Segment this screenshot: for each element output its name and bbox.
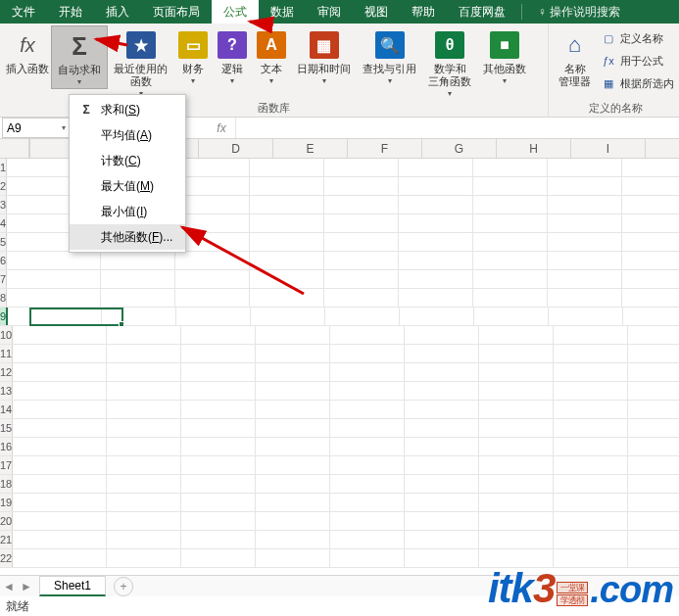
row-header[interactable]: 17 [0, 456, 13, 474]
row-header[interactable]: 20 [0, 512, 13, 530]
cell[interactable] [250, 289, 324, 307]
cell[interactable] [548, 177, 622, 195]
cell[interactable] [181, 531, 256, 548]
cell[interactable] [101, 270, 175, 288]
row-header[interactable]: 7 [0, 270, 7, 288]
row-header[interactable]: 2 [0, 177, 7, 195]
cell[interactable] [628, 401, 679, 418]
cell[interactable] [175, 233, 250, 251]
cell[interactable] [549, 308, 623, 325]
cell[interactable] [107, 382, 181, 400]
cell[interactable] [107, 549, 181, 567]
cell[interactable] [479, 382, 554, 400]
cell[interactable] [324, 159, 399, 176]
cell[interactable] [330, 494, 405, 511]
recent-functions-button[interactable]: ★ 最近使用的 函数 ▾ [108, 25, 173, 100]
cell[interactable] [324, 214, 399, 232]
financial-button[interactable]: ▭ 财务 ▾ [173, 25, 213, 87]
cell[interactable] [622, 233, 679, 251]
cell[interactable] [405, 456, 479, 474]
fx-icon[interactable]: fx [208, 118, 235, 138]
tab-formulas[interactable]: 公式 [212, 0, 259, 24]
cell[interactable] [479, 456, 554, 474]
cell[interactable] [256, 475, 330, 493]
row-header[interactable]: 1 [0, 159, 7, 176]
cell[interactable] [13, 512, 107, 530]
cell[interactable] [101, 289, 175, 307]
name-manager-button[interactable]: ⌂ 名称 管理器 [553, 25, 597, 90]
cell[interactable] [250, 196, 324, 213]
cell[interactable] [107, 419, 181, 437]
cell[interactable] [399, 177, 473, 195]
define-name-button[interactable]: ▢定义名称 [601, 27, 674, 49]
row-header[interactable]: 6 [0, 252, 7, 269]
cell[interactable] [13, 549, 107, 567]
cell[interactable] [628, 494, 679, 511]
select-all-corner[interactable] [0, 139, 29, 158]
cell[interactable] [548, 196, 622, 213]
tab-help[interactable]: 帮助 [400, 0, 447, 24]
cell[interactable] [250, 252, 324, 269]
cell[interactable] [405, 494, 479, 511]
cell[interactable] [324, 252, 399, 269]
cell[interactable] [554, 401, 628, 418]
col-header[interactable]: F [348, 139, 422, 158]
cell[interactable] [405, 326, 479, 344]
cell[interactable] [399, 159, 473, 176]
cell[interactable] [622, 252, 679, 269]
cell[interactable] [256, 438, 330, 455]
menu-sum[interactable]: Σ 求和(S) [70, 97, 185, 122]
cell[interactable] [405, 531, 479, 548]
tab-baidu[interactable]: 百度网盘 [447, 0, 517, 24]
sheet-nav-next[interactable]: ► [18, 580, 35, 593]
cell[interactable] [250, 159, 324, 176]
cell[interactable] [13, 494, 107, 511]
cell[interactable] [628, 512, 679, 530]
cell[interactable] [554, 512, 628, 530]
cell[interactable] [107, 512, 181, 530]
cell[interactable] [181, 475, 256, 493]
cell[interactable] [405, 363, 479, 381]
cell[interactable] [479, 531, 554, 548]
cell[interactable] [628, 382, 679, 400]
cell[interactable] [107, 345, 181, 362]
row-header[interactable]: 14 [0, 401, 13, 418]
cell[interactable] [628, 456, 679, 474]
cell[interactable] [256, 531, 330, 548]
cell[interactable] [256, 401, 330, 418]
cell[interactable] [405, 419, 479, 437]
cell[interactable] [250, 214, 324, 232]
cell[interactable] [324, 270, 399, 288]
cell[interactable] [7, 252, 101, 269]
cell[interactable] [479, 475, 554, 493]
cell[interactable] [8, 308, 102, 325]
row-header[interactable]: 5 [0, 233, 7, 251]
cell[interactable] [405, 382, 479, 400]
cell[interactable] [250, 177, 324, 195]
row-header[interactable]: 21 [0, 531, 13, 548]
cell[interactable] [473, 159, 548, 176]
lookup-button[interactable]: 🔍 查找与引用 ▾ [357, 25, 422, 87]
cell[interactable] [256, 382, 330, 400]
cell[interactable] [181, 345, 256, 362]
cell[interactable] [399, 214, 473, 232]
formula-input[interactable] [235, 118, 679, 138]
cell[interactable] [330, 456, 405, 474]
cell[interactable] [175, 214, 250, 232]
cell[interactable] [548, 233, 622, 251]
cell[interactable] [330, 401, 405, 418]
cell[interactable] [473, 233, 548, 251]
cell[interactable] [554, 494, 628, 511]
cell[interactable] [554, 326, 628, 344]
cell[interactable] [256, 456, 330, 474]
cell[interactable] [13, 456, 107, 474]
tab-file[interactable]: 文件 [0, 0, 47, 24]
autosum-button[interactable]: Σ 自动求和 ▾ [51, 25, 108, 89]
create-from-selection-button[interactable]: ▦根据所选内 [601, 72, 674, 94]
cell[interactable] [399, 270, 473, 288]
cell[interactable] [399, 252, 473, 269]
chevron-down-icon[interactable]: ▾ [62, 123, 66, 132]
cell[interactable] [175, 177, 250, 195]
col-header[interactable]: D [199, 139, 273, 158]
cell[interactable] [330, 549, 405, 567]
